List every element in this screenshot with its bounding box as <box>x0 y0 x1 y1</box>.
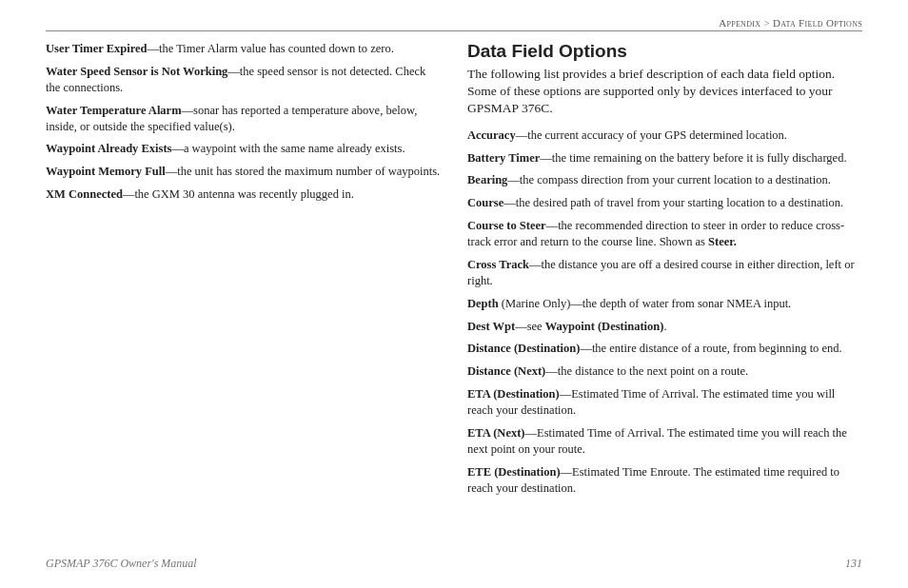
glossary-entry: Waypoint Already Exists—a waypoint with … <box>46 141 441 157</box>
entry-desc: —the current accuracy of your GPS determ… <box>516 128 787 142</box>
entry-term: Accuracy <box>467 128 516 142</box>
entry-term: ETE (Destination) <box>467 465 561 479</box>
entry-term: XM Connected <box>46 187 123 201</box>
breadcrumb-separator: > <box>763 17 770 29</box>
page-footer: GPSMAP 376C Owner's Manual 131 <box>46 557 862 571</box>
glossary-entry: Course—the desired path of travel from y… <box>467 195 862 211</box>
entry-desc: —the desired path of travel from your st… <box>503 196 843 209</box>
glossary-entry: ETA (Destination)—Estimated Time of Arri… <box>467 386 862 419</box>
breadcrumb: Appendix > Data Field Options <box>46 17 862 31</box>
entry-desc: —the compass direction from your current… <box>507 173 831 186</box>
entry-term: Course to Steer <box>467 219 546 232</box>
section-title: Data Field Options <box>467 41 862 62</box>
glossary-entry: User Timer Expired—the Timer Alarm value… <box>46 41 441 57</box>
entry-desc: —the entire distance of a route, from be… <box>580 342 841 355</box>
footer-page-number: 131 <box>845 557 862 571</box>
entry-desc: —the unit has stored the maximum number … <box>166 165 441 178</box>
entry-term: Bearing <box>467 173 507 186</box>
entry-term: Water Temperature Alarm <box>46 104 182 117</box>
glossary-entry: ETE (Destination)—Estimated Time Enroute… <box>467 464 862 497</box>
entry-term: Course <box>467 196 503 209</box>
entry-desc: —the time remaining on the battery befor… <box>540 151 846 165</box>
glossary-entry: Accuracy—the current accuracy of your GP… <box>467 127 862 144</box>
glossary-entry: XM Connected—the GXM 30 antenna was rece… <box>46 186 441 203</box>
glossary-entry: ETA (Next)—Estimated Time of Arrival. Th… <box>467 425 862 458</box>
entry-term: User Timer Expired <box>46 42 148 55</box>
glossary-entry: Battery Timer—the time remaining on the … <box>467 150 862 167</box>
entry-desc: —the Timer Alarm value has counted down … <box>148 42 394 55</box>
entry-desc: —see <box>515 320 545 333</box>
glossary-entry: Distance (Destination)—the entire distan… <box>467 341 862 357</box>
footer-manual-title: GPSMAP 376C Owner's Manual <box>46 557 197 571</box>
entry-term: Distance (Next) <box>467 364 545 378</box>
page-columns: User Timer Expired—the Timer Alarm value… <box>46 41 862 502</box>
entry-term: Distance (Destination) <box>467 342 580 355</box>
entry-desc: —the distance to the next point on a rou… <box>545 364 748 378</box>
left-column: User Timer Expired—the Timer Alarm value… <box>46 41 441 502</box>
glossary-entry: Waypoint Memory Full—the unit has stored… <box>46 164 441 180</box>
glossary-entry: Water Speed Sensor is Not Working—the sp… <box>46 64 441 96</box>
glossary-entry: Bearing—the compass direction from your … <box>467 172 862 188</box>
glossary-entry: Course to Steer—the recommended directio… <box>467 218 862 250</box>
entry-desc: —Estimated Time of Arrival. The estimate… <box>467 426 847 456</box>
glossary-entry: Water Temperature Alarm—sonar has report… <box>46 103 441 135</box>
entry-tail-bold: Waypoint (Destination) <box>545 320 664 333</box>
entry-term: Waypoint Memory Full <box>46 165 166 178</box>
section-intro: The following list provides a brief desc… <box>467 66 862 118</box>
entry-tail-bold: Steer. <box>708 235 737 248</box>
entry-term: ETA (Destination) <box>467 387 560 401</box>
entry-desc: —a waypoint with the same name already e… <box>171 142 405 155</box>
entry-term: Waypoint Already Exists <box>46 142 171 155</box>
entry-term: Depth <box>467 297 499 310</box>
entry-term: Dest Wpt <box>467 320 515 333</box>
entry-term: Battery Timer <box>467 151 540 165</box>
entry-post: (Marine Only) <box>499 297 571 310</box>
right-column: Data Field Options The following list pr… <box>467 41 862 502</box>
entry-term: Cross Track <box>467 258 529 271</box>
entry-term: Water Speed Sensor is Not Working <box>46 65 227 78</box>
glossary-entry: Depth (Marine Only)—the depth of water f… <box>467 296 862 312</box>
entry-desc: —the GXM 30 antenna was recently plugged… <box>123 187 354 201</box>
entry-term: ETA (Next) <box>467 426 525 440</box>
glossary-entry: Dest Wpt—see Waypoint (Destination). <box>467 319 862 335</box>
breadcrumb-appendix: Appendix <box>719 17 760 29</box>
entry-desc: —the depth of water from sonar NMEA inpu… <box>570 297 791 310</box>
glossary-entry: Cross Track—the distance you are off a d… <box>467 257 862 289</box>
glossary-entry: Distance (Next)—the distance to the next… <box>467 363 862 380</box>
entry-tail-after: . <box>663 320 666 333</box>
breadcrumb-section: Data Field Options <box>773 17 862 29</box>
